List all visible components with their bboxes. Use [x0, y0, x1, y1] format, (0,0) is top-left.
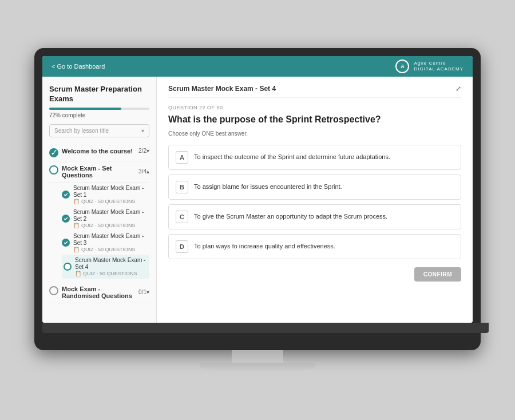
- section-completed-icon: ✓: [49, 148, 58, 157]
- logo-icon: A: [395, 60, 409, 73]
- confirm-button[interactable]: CONFIRM: [414, 267, 461, 282]
- answer-option-a[interactable]: A To inspect the outcome of the Sprint a…: [168, 145, 461, 170]
- section-mock-random[interactable]: Mock Exam - Randomised Questions 0/1 ▾: [49, 282, 149, 303]
- sub-item-text-4: Scrum Master Mock Exam - Set 4: [75, 257, 149, 271]
- section-random-name: Mock Exam - Randomised Questions: [62, 286, 138, 299]
- section-mock-count: 3/4: [138, 168, 146, 175]
- monitor-stand-base: [200, 363, 315, 372]
- quiz-header: Scrum Master Mock Exam - Set 4 ⤢: [168, 85, 461, 98]
- sub-item-completed-icon-2: [62, 215, 70, 223]
- section-header: Welcome to the course! 2/2 ▾: [62, 148, 149, 154]
- monitor-frame: < Go to Dashboard A Agile Centre DIGITAL…: [34, 48, 481, 350]
- sub-item-text-2: Scrum Master Mock Exam - Set 2: [73, 209, 149, 223]
- progress-bar-fill: [49, 108, 121, 110]
- section-mock-set[interactable]: Mock Exam - Set Questions 3/4 ▴: [49, 161, 149, 183]
- sub-item-content-3: Scrum Master Mock Exam - Set 3 📋QUIZ · 5…: [73, 233, 149, 252]
- logo-area: A Agile Centre DIGITAL ACADEMY: [395, 60, 464, 73]
- sub-item-text-3: Scrum Master Mock Exam - Set 3: [73, 233, 149, 247]
- quiz-area: Scrum Master Mock Exam - Set 4 ⤢ QUESTIO…: [157, 77, 473, 323]
- search-box[interactable]: Search by lesson title ▾: [49, 124, 149, 137]
- sub-item-set3[interactable]: Scrum Master Mock Exam - Set 3 📋QUIZ · 5…: [62, 231, 149, 255]
- sub-item-completed-icon: [62, 191, 70, 199]
- progress-label: 72% complete: [49, 112, 149, 118]
- sidebar-title: Scrum Master Preparation Exams: [49, 85, 149, 104]
- monitor-wrapper: < Go to Dashboard A Agile Centre DIGITAL…: [34, 48, 481, 372]
- monitor-chin: [42, 323, 489, 333]
- search-placeholder: Search by lesson title: [54, 128, 109, 134]
- option-letter-c: C: [176, 211, 188, 223]
- chevron-down-icon-2: ▾: [146, 289, 149, 295]
- chevron-up-icon: ▴: [146, 168, 149, 175]
- section-mock-name: Mock Exam - Set Questions: [62, 165, 138, 179]
- sidebar: Scrum Master Preparation Exams 72% compl…: [42, 77, 157, 323]
- sub-item-set2[interactable]: Scrum Master Mock Exam - Set 2 📋QUIZ · 5…: [62, 207, 149, 231]
- section-welcome[interactable]: ✓ Welcome to the course! 2/2 ▾: [49, 144, 149, 161]
- option-letter-b: B: [176, 181, 188, 193]
- sub-item-set1[interactable]: Scrum Master Mock Exam - Set 1 📋QUIZ · 5…: [62, 183, 149, 207]
- option-text-c: To give the Scrum Master an opportunity …: [194, 211, 387, 221]
- monitor-stand-neck: [232, 350, 283, 363]
- sub-item-active-icon: [64, 263, 72, 271]
- question-text: What is the purpose of the Sprint Retros…: [168, 114, 461, 126]
- answer-option-c[interactable]: C To give the Scrum Master an opportunit…: [168, 204, 461, 229]
- section-count: 2/2: [138, 148, 146, 154]
- section-name: Welcome to the course!: [62, 148, 133, 154]
- option-letter-a: A: [176, 151, 188, 164]
- option-text-d: To plan ways to increase quality and eff…: [194, 240, 335, 251]
- dropdown-icon: ▾: [141, 128, 144, 134]
- sub-item-content: Scrum Master Mock Exam - Set 1 📋QUIZ · 5…: [73, 185, 149, 204]
- sub-item-content-2: Scrum Master Mock Exam - Set 2 📋QUIZ · 5…: [73, 209, 149, 228]
- progress-bar-container: [49, 108, 149, 110]
- quiz-title: Scrum Master Mock Exam - Set 4: [168, 85, 276, 93]
- option-text-a: To inspect the outcome of the Sprint and…: [194, 151, 390, 161]
- back-to-dashboard-link[interactable]: < Go to Dashboard: [52, 63, 105, 70]
- fullscreen-icon[interactable]: ⤢: [455, 85, 461, 93]
- sub-item-content-4: Scrum Master Mock Exam - Set 4 📋QUIZ · 5…: [75, 257, 149, 276]
- sub-item-set4[interactable]: Scrum Master Mock Exam - Set 4 📋QUIZ · 5…: [62, 255, 149, 279]
- section-empty-icon: [49, 286, 58, 295]
- section-header-random: Mock Exam - Randomised Questions 0/1 ▾: [62, 286, 149, 299]
- question-number: QUESTION 22 OF 50: [168, 105, 461, 110]
- section-info: Welcome to the course! 2/2 ▾: [62, 148, 149, 154]
- sub-items-list: Scrum Master Mock Exam - Set 1 📋QUIZ · 5…: [49, 183, 149, 279]
- sub-item-quiz-2: 📋QUIZ · 50 QUESTIONS: [73, 223, 149, 228]
- option-letter-d: D: [176, 240, 188, 253]
- section-header-mock: Mock Exam - Set Questions 3/4 ▴: [62, 165, 149, 179]
- top-bar: < Go to Dashboard A Agile Centre DIGITAL…: [42, 56, 473, 77]
- sub-item-quiz-4: 📋QUIZ · 50 QUESTIONS: [75, 271, 149, 276]
- sub-item-text: Scrum Master Mock Exam - Set 1: [73, 185, 149, 199]
- sub-item-quiz-3: 📋QUIZ · 50 QUESTIONS: [73, 247, 149, 252]
- main-content: Scrum Master Preparation Exams 72% compl…: [42, 77, 473, 323]
- answer-option-d[interactable]: D To plan ways to increase quality and e…: [168, 234, 461, 259]
- section-active-icon: [49, 165, 58, 175]
- logo-text: Agile Centre DIGITAL ACADEMY: [414, 61, 464, 72]
- option-text-b: To assign blame for issues encountered i…: [194, 181, 342, 191]
- answer-option-b[interactable]: B To assign blame for issues encountered…: [168, 175, 461, 200]
- monitor-screen: < Go to Dashboard A Agile Centre DIGITAL…: [42, 56, 473, 323]
- chevron-down-icon: ▾: [146, 148, 149, 154]
- section-random-count: 0/1: [138, 289, 146, 295]
- section-info-random: Mock Exam - Randomised Questions 0/1 ▾: [62, 286, 149, 299]
- sub-item-completed-icon-3: [62, 239, 70, 247]
- question-instruction: Choose only ONE best answer.: [168, 130, 461, 137]
- sub-item-quiz: 📋QUIZ · 50 QUESTIONS: [73, 199, 149, 204]
- section-info-mock: Mock Exam - Set Questions 3/4 ▴: [62, 165, 149, 179]
